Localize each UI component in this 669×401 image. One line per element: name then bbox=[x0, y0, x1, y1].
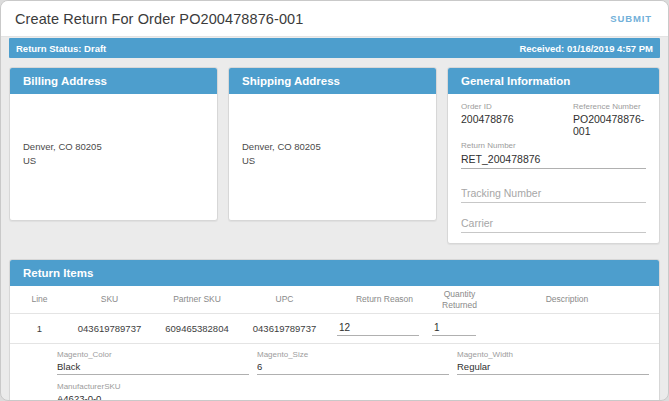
billing-address-title: Billing Address bbox=[10, 68, 217, 94]
general-information-title: General Information bbox=[448, 68, 659, 94]
received-date-text: Received: 01/16/2019 4:57 PM bbox=[519, 43, 653, 54]
item-attributes-section: Magento_Color Magento_Size Magento_Width… bbox=[10, 344, 659, 401]
app-window: Create Return For Order PO200478876-001 … bbox=[0, 0, 669, 401]
column-header-partner-sku: Partner SKU bbox=[162, 294, 232, 304]
order-id-label: Order ID bbox=[461, 102, 573, 111]
magento-width-label: Magento_Width bbox=[457, 350, 649, 359]
magento-size-label: Magento_Size bbox=[257, 350, 449, 359]
magento-color-field: Magento_Color bbox=[57, 350, 249, 375]
billing-address-line: US bbox=[23, 154, 204, 168]
magento-size-field: Magento_Size bbox=[257, 350, 449, 375]
shipping-address-title: Shipping Address bbox=[229, 68, 436, 94]
items-table-header: Line SKU Partner SKU UPC Return Reason Q… bbox=[10, 286, 659, 314]
return-reason-input[interactable] bbox=[337, 322, 419, 336]
general-information-card: General Information Order ID 200478876 R… bbox=[447, 67, 660, 244]
magento-width-field: Magento_Width bbox=[457, 350, 649, 375]
submit-button[interactable]: SUBMIT bbox=[610, 13, 652, 24]
cell-partner-sku: 609465382804 bbox=[162, 323, 232, 334]
shipping-address-line: Denver, CO 80205 bbox=[242, 140, 423, 154]
return-status-text: Return Status: Draft bbox=[16, 43, 106, 54]
reference-number-field: Reference Number PO200478876-001 bbox=[573, 102, 646, 137]
cell-sku: 043619789737 bbox=[57, 323, 162, 334]
column-header-upc: UPC bbox=[232, 294, 337, 304]
shipping-address-card: Shipping Address Denver, CO 80205 US bbox=[228, 67, 437, 221]
info-cards-row: Billing Address Denver, CO 80205 US Ship… bbox=[9, 67, 660, 244]
title-bar: Create Return For Order PO200478876-001 … bbox=[1, 1, 668, 37]
status-bar: Return Status: Draft Received: 01/16/201… bbox=[9, 38, 660, 58]
return-items-title: Return Items bbox=[10, 260, 659, 286]
magento-color-label: Magento_Color bbox=[57, 350, 249, 359]
column-header-return-reason: Return Reason bbox=[337, 294, 432, 304]
return-number-input[interactable] bbox=[461, 152, 646, 169]
magento-size-input[interactable] bbox=[257, 361, 449, 375]
magento-width-input[interactable] bbox=[457, 361, 649, 375]
manufacturer-sku-field: ManufacturerSKU bbox=[57, 382, 249, 401]
order-id-value: 200478876 bbox=[461, 113, 573, 125]
shipping-address-body: Denver, CO 80205 US bbox=[229, 94, 436, 168]
cell-line: 1 bbox=[22, 323, 57, 334]
column-header-quantity-returned: Quantity Returned bbox=[432, 289, 487, 309]
order-id-field: Order ID 200478876 bbox=[461, 102, 573, 137]
return-number-label: Return Number bbox=[461, 141, 646, 150]
carrier-input[interactable] bbox=[461, 216, 646, 233]
manufacturer-sku-label: ManufacturerSKU bbox=[57, 382, 249, 391]
billing-address-line: Denver, CO 80205 bbox=[23, 140, 204, 154]
billing-address-body: Denver, CO 80205 US bbox=[10, 94, 217, 168]
return-items-card: Return Items Line SKU Partner SKU UPC Re… bbox=[9, 259, 660, 401]
column-header-line: Line bbox=[22, 294, 57, 304]
reference-number-label: Reference Number bbox=[573, 102, 646, 111]
shipping-address-line: US bbox=[242, 154, 423, 168]
tracking-number-input[interactable] bbox=[461, 186, 646, 203]
magento-color-input[interactable] bbox=[57, 361, 249, 375]
reference-number-value: PO200478876-001 bbox=[573, 113, 646, 137]
table-row: 1 043619789737 609465382804 043619789737 bbox=[10, 314, 659, 344]
column-header-description: Description bbox=[487, 294, 647, 304]
manufacturer-sku-input[interactable] bbox=[57, 393, 249, 401]
quantity-returned-input[interactable] bbox=[432, 322, 476, 336]
cell-upc: 043619789737 bbox=[232, 323, 337, 334]
page-title: Create Return For Order PO200478876-001 bbox=[15, 11, 303, 27]
billing-address-card: Billing Address Denver, CO 80205 US bbox=[9, 67, 218, 221]
column-header-sku: SKU bbox=[57, 294, 162, 304]
